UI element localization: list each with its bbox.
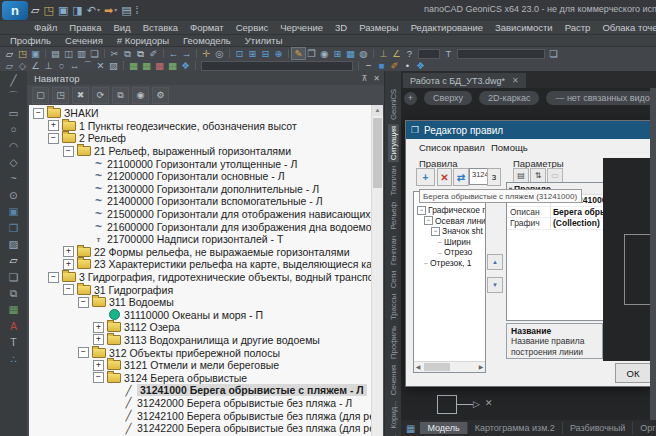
categorized-icon[interactable]: ▤ xyxy=(513,168,529,183)
tree-item[interactable]: ~21200000 Горизонтали основные - Л xyxy=(29,170,371,183)
draw-order-icon[interactable]: ✎ xyxy=(292,48,305,59)
snap-grid-icon[interactable]: ▱ xyxy=(3,60,16,71)
collapse-icon[interactable]: − xyxy=(33,108,44,119)
module-tab[interactable]: Корид... xyxy=(388,399,399,431)
collapse-icon[interactable]: − xyxy=(93,372,104,383)
scroll-up-icon[interactable]: ▲ xyxy=(372,105,383,116)
tree-item[interactable]: −312 Объекты прибережной полосы xyxy=(29,346,371,359)
nav-copy-icon[interactable]: ⧉ xyxy=(112,87,129,104)
image-tool-icon[interactable]: ▨ xyxy=(6,238,21,251)
collapse-icon[interactable]: − xyxy=(431,227,440,236)
viewport-plus-icon[interactable]: + xyxy=(404,92,417,105)
menu-item[interactable]: Растр xyxy=(565,22,591,33)
layout-tab[interactable]: Модель xyxy=(420,422,467,434)
tree-item[interactable]: ╱31241000 Берега обрывистые с пляжем - Л xyxy=(29,384,371,397)
dropdown-caret-icon[interactable]: ▾ xyxy=(97,5,100,16)
menu-item[interactable]: Сервис xyxy=(236,22,269,33)
tree-item[interactable]: −21 Рельеф, выраженный горизонталями xyxy=(29,145,371,158)
tree-item[interactable]: ╱31242100 Берега обрывистые без пляжа (д… xyxy=(29,409,371,422)
sheet-set-icon[interactable]: ◍ xyxy=(357,48,370,59)
pin-icon[interactable]: ⊼ xyxy=(361,74,367,83)
menu-item[interactable]: Черчение xyxy=(280,22,323,33)
rule-code-field[interactable]: 3124 xyxy=(469,168,489,185)
scroll-left-icon[interactable]: ◀ xyxy=(414,363,422,371)
tree-item[interactable]: −311 Водоемы xyxy=(29,296,371,309)
viewport-control-pill[interactable]: Сверху xyxy=(424,91,472,105)
rule-tree-hscrollbar[interactable]: ◀ ▶ xyxy=(414,361,485,372)
scroll-right-icon[interactable]: ▶ xyxy=(477,363,485,371)
point-tool-icon[interactable]: • xyxy=(401,60,414,71)
pin-tool-icon[interactable]: ❖ xyxy=(414,60,427,71)
menu-item[interactable]: Облака точек xyxy=(602,22,656,33)
qat-open-file-icon[interactable]: ◳ xyxy=(43,5,53,16)
layers-tool-icon[interactable]: ▣ xyxy=(6,205,21,218)
menu-item[interactable]: Сечения xyxy=(65,35,103,46)
close-icon[interactable]: ✕ xyxy=(373,74,380,83)
tree-item[interactable]: ~21600000 Горизонтали для изображения дн… xyxy=(29,220,371,233)
zoom-extents-icon[interactable]: ⊕ xyxy=(272,48,285,59)
layout-tab[interactable]: Организация рельефа xyxy=(633,422,656,434)
collapse-icon[interactable]: − xyxy=(48,133,59,144)
qat-undo-icon[interactable]: ↶▾ xyxy=(87,5,100,16)
viewport-control-pill[interactable]: 2D-каркас xyxy=(479,91,539,105)
tree-item[interactable]: −ЗНАКИ xyxy=(29,107,371,120)
qat-save-all-icon[interactable]: ◨ xyxy=(72,5,82,16)
text-t-tool-icon[interactable]: T xyxy=(6,336,21,349)
menu-item[interactable]: Профиль xyxy=(10,35,51,46)
alphabetical-icon[interactable]: ⇅ xyxy=(530,168,546,183)
snap-off-icon[interactable]: ✕ xyxy=(94,60,107,71)
menu-item[interactable]: Утилиты xyxy=(245,35,283,46)
tree-item[interactable]: −2 Рельеф xyxy=(29,132,371,145)
tree-item[interactable]: +22 Формы рельефа, не выражаемые горизон… xyxy=(29,246,371,259)
ucs-icon[interactable]: ⊥ xyxy=(377,48,390,59)
module-tab[interactable]: Рельеф xyxy=(388,200,399,232)
qat-save-icon[interactable]: ▣ xyxy=(58,5,68,16)
construction-tool-icon[interactable]: ▭ xyxy=(6,107,21,120)
tree-item[interactable]: 31110000 Океаны и моря - П xyxy=(29,309,371,322)
move-up-button[interactable]: ▲ xyxy=(487,254,503,270)
menu-item[interactable]: Размеры xyxy=(359,22,398,33)
qat-print-icon[interactable]: ▤ xyxy=(121,5,131,16)
minus-tool-icon[interactable]: − xyxy=(362,60,375,71)
polygon-tool-icon[interactable]: ◇ xyxy=(6,156,21,169)
cut-icon[interactable]: ✂ xyxy=(108,48,121,59)
collapse-icon[interactable]: − xyxy=(48,272,59,283)
tree-item[interactable]: +3112 Озера xyxy=(29,321,371,334)
menu-item[interactable]: 3D xyxy=(335,22,347,33)
menu-rules-list[interactable]: Список правил xyxy=(419,142,485,153)
tree-item[interactable]: ~21300000 Горизонтали дополнительные - Л xyxy=(29,183,371,196)
table-delete-icon[interactable]: ▦ xyxy=(153,60,166,71)
module-tab[interactable]: Ситуация xyxy=(388,124,399,162)
module-tab[interactable]: Сети xyxy=(388,269,399,290)
zoom-out-icon[interactable]: ⊟ xyxy=(259,48,272,59)
tree-item[interactable]: ~21400000 Горизонтали вспомогательные - … xyxy=(29,195,371,208)
copy-sheet-tool-icon[interactable]: ❏ xyxy=(6,271,21,284)
module-tab[interactable]: Топплан xyxy=(388,164,399,198)
move-down-button[interactable]: ▼ xyxy=(487,277,503,293)
viewport-control-pill[interactable]: — нет связанных видов — xyxy=(546,91,656,105)
table-edit-icon[interactable]: ▦ xyxy=(140,60,153,71)
menu-item[interactable]: Вставка xyxy=(143,22,178,33)
delete-rule-button[interactable]: ✕ xyxy=(437,168,452,186)
tab-close-icon[interactable]: ✕ xyxy=(512,76,519,85)
tree-item[interactable]: −31 Гидрография xyxy=(29,283,371,296)
circle-tool-icon[interactable]: ○ xyxy=(6,123,21,136)
nav-refresh-icon[interactable]: ⟳ xyxy=(92,87,109,104)
tree-item[interactable]: −3124 Берега обрывистые xyxy=(29,371,371,384)
print-preview-icon[interactable]: ◫ xyxy=(62,48,75,59)
expand-icon[interactable]: + xyxy=(93,360,104,371)
module-tab[interactable]: Сечения xyxy=(388,363,399,397)
text-a-tool-icon[interactable]: A xyxy=(6,320,21,333)
collapse-icon[interactable]: − xyxy=(78,297,89,308)
module-tab[interactable]: Трассы xyxy=(388,292,399,322)
grid-row[interactable]: ОписанБерега обры xyxy=(507,207,604,219)
menu-item[interactable]: Вид xyxy=(113,22,130,33)
rule-tree-item[interactable]: −Графическое пр xyxy=(414,205,485,216)
points-tool-icon[interactable]: ∴ xyxy=(6,353,21,366)
rule-tree-item[interactable]: –Отрезок, 1 xyxy=(414,258,485,269)
pan-icon[interactable]: ✛ xyxy=(200,48,213,59)
qat-customize-icon[interactable]: ⁞ xyxy=(136,5,139,16)
collapse-icon[interactable]: − xyxy=(417,206,426,215)
rule-tree-item[interactable]: –Ширин xyxy=(414,237,485,248)
table-export-icon[interactable]: ▦ xyxy=(166,60,179,71)
